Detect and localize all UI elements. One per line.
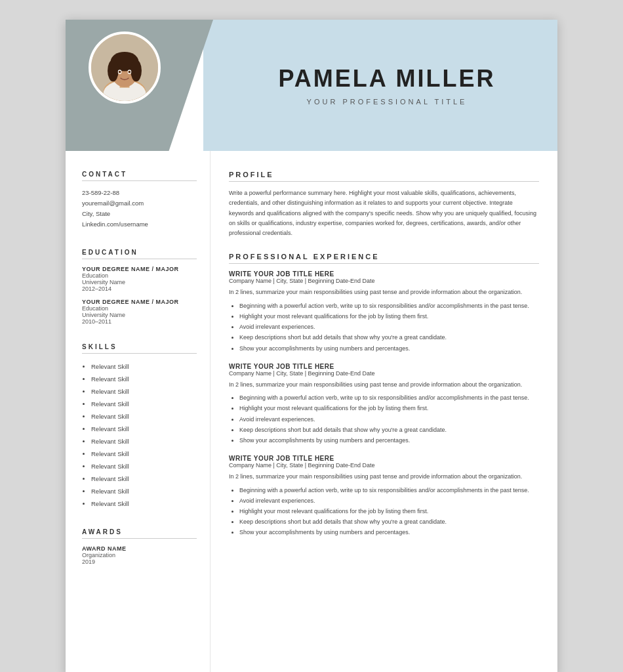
job-bullets-1: Beginning with a powerful action verb, w…	[229, 301, 539, 354]
job-bullet-item: Highlight your most relevant qualificati…	[239, 403, 539, 413]
skill-item: Relevant Skill	[91, 435, 197, 448]
skills-section: SKILLS Relevant SkillRelevant SkillRelev…	[82, 343, 197, 510]
contact-email: youremail@gmail.com	[82, 198, 197, 209]
awards-section: AWARDS AWARD NAME Organization 2019	[82, 528, 197, 565]
svg-point-10	[119, 71, 121, 74]
contact-location: City, State	[82, 209, 197, 219]
skill-item: Relevant Skill	[91, 497, 197, 510]
job-entry-3: WRITE YOUR JOB TITLE HERECompany Name | …	[229, 455, 539, 537]
skill-item: Relevant Skill	[91, 373, 197, 385]
jobs-container: WRITE YOUR JOB TITLE HERECompany Name | …	[229, 270, 539, 537]
job-bullet-item: Show your accomplishments by using numbe…	[239, 435, 539, 446]
skills-section-title: SKILLS	[82, 343, 197, 354]
resume-sidebar: CONTACT 23-589-22-88 youremail@gmail.com…	[66, 151, 210, 672]
svg-point-6	[108, 60, 119, 81]
job-title-3: WRITE YOUR JOB TITLE HERE	[229, 455, 539, 462]
education-label-2: Education	[82, 305, 197, 312]
education-university-2: University Name	[82, 312, 197, 318]
education-label-1: Education	[82, 272, 197, 279]
job-bullet-item: Keep descriptions short but add details …	[239, 425, 539, 435]
resume-main: PROFILE Write a powerful performance sum…	[210, 151, 557, 672]
job-bullet-item: Highlight your most relevant qualificati…	[239, 311, 539, 322]
job-bullets-2: Beginning with a powerful action verb, w…	[229, 392, 539, 446]
job-bullet-item: Show your accomplishments by using numbe…	[239, 527, 539, 537]
contact-linkedin: Linkedin.com/username	[82, 219, 197, 230]
profile-section-title: PROFILE	[229, 171, 539, 182]
job-bullet-item: Keep descriptions short but add details …	[239, 516, 539, 527]
education-degree-1: YOUR DEGREE NAME / MAJOR	[82, 266, 197, 272]
job-title-1: WRITE YOUR JOB TITLE HERE	[229, 270, 539, 278]
education-section: EDUCATION YOUR DEGREE NAME / MAJOR Educa…	[82, 249, 197, 325]
job-title-2: WRITE YOUR JOB TITLE HERE	[229, 363, 539, 370]
skill-item: Relevant Skill	[91, 410, 197, 423]
job-bullet-item: Avoid irrelevant experiences.	[239, 414, 539, 425]
skill-item: Relevant Skill	[91, 460, 197, 472]
award-year-1: 2019	[82, 558, 197, 565]
skill-item: Relevant Skill	[91, 360, 197, 373]
experience-section-title: PROFESSIONAL EXPERIENCE	[229, 253, 539, 264]
job-bullet-item: Beginning with a powerful action verb, w…	[239, 301, 539, 311]
resume-professional-title: YOUR PROFESSIONAL TITLE	[307, 98, 468, 106]
job-entry-2: WRITE YOUR JOB TITLE HERECompany Name | …	[229, 363, 539, 446]
contact-section: CONTACT 23-589-22-88 youremail@gmail.com…	[82, 171, 197, 230]
education-years-2: 2010–2011	[82, 318, 197, 325]
skills-list: Relevant SkillRelevant SkillRelevant Ski…	[82, 360, 197, 510]
award-name-1: AWARD NAME	[82, 545, 197, 552]
contact-phone: 23-589-22-88	[82, 188, 197, 198]
award-entry-1: AWARD NAME Organization 2019	[82, 545, 197, 565]
skill-item: Relevant Skill	[91, 485, 197, 497]
job-summary-3: In 2 lines, summarize your main responsi…	[229, 472, 539, 481]
job-bullet-item: Beginning with a powerful action verb, w…	[239, 485, 539, 495]
job-company-1: Company Name | City, State | Beginning D…	[229, 278, 539, 284]
job-bullet-item: Highlight your most relevant qualificati…	[239, 506, 539, 516]
job-company-2: Company Name | City, State | Beginning D…	[229, 370, 539, 377]
skill-item: Relevant Skill	[91, 448, 197, 460]
resume-document: PAMELA MILLER YOUR PROFESSIONAL TITLE CO…	[66, 20, 557, 672]
job-summary-1: In 2 lines, summarize your main responsi…	[229, 287, 539, 297]
job-bullet-item: Beginning with a powerful action verb, w…	[239, 392, 539, 403]
header-name-area: PAMELA MILLER YOUR PROFESSIONAL TITLE	[203, 20, 557, 151]
skill-item: Relevant Skill	[91, 398, 197, 410]
skill-item: Relevant Skill	[91, 472, 197, 485]
skill-item: Relevant Skill	[91, 385, 197, 398]
awards-section-title: AWARDS	[82, 528, 197, 539]
job-summary-2: In 2 lines, summarize your main responsi…	[229, 380, 539, 389]
education-entry-1: YOUR DEGREE NAME / MAJOR Education Unive…	[82, 266, 197, 292]
education-university-1: University Name	[82, 279, 197, 285]
profile-photo	[89, 32, 161, 104]
job-company-3: Company Name | City, State | Beginning D…	[229, 462, 539, 469]
svg-point-7	[131, 60, 142, 81]
resume-name: PAMELA MILLER	[279, 65, 496, 93]
education-entry-2: YOUR DEGREE NAME / MAJOR Education Unive…	[82, 299, 197, 325]
experience-section: PROFESSIONAL EXPERIENCE WRITE YOUR JOB T…	[229, 253, 539, 537]
skill-item: Relevant Skill	[91, 423, 197, 435]
award-org-1: Organization	[82, 552, 197, 558]
profile-section: PROFILE Write a powerful performance sum…	[229, 171, 539, 238]
job-entry-1: WRITE YOUR JOB TITLE HERECompany Name | …	[229, 270, 539, 353]
resume-header: PAMELA MILLER YOUR PROFESSIONAL TITLE	[66, 20, 557, 151]
profile-text: Write a powerful performance summary her…	[229, 188, 539, 238]
resume-body: CONTACT 23-589-22-88 youremail@gmail.com…	[66, 151, 557, 672]
contact-section-title: CONTACT	[82, 171, 197, 181]
job-bullets-3: Beginning with a powerful action verb, w…	[229, 485, 539, 538]
svg-point-11	[129, 71, 131, 74]
job-bullet-item: Avoid irrelevant experiences.	[239, 322, 539, 332]
education-section-title: EDUCATION	[82, 249, 197, 259]
education-years-1: 2012–2014	[82, 285, 197, 292]
education-degree-2: YOUR DEGREE NAME / MAJOR	[82, 299, 197, 305]
job-bullet-item: Show your accomplishments by using numbe…	[239, 343, 539, 354]
job-bullet-item: Avoid irrelevant experiences.	[239, 495, 539, 506]
job-bullet-item: Keep descriptions short but add details …	[239, 332, 539, 343]
